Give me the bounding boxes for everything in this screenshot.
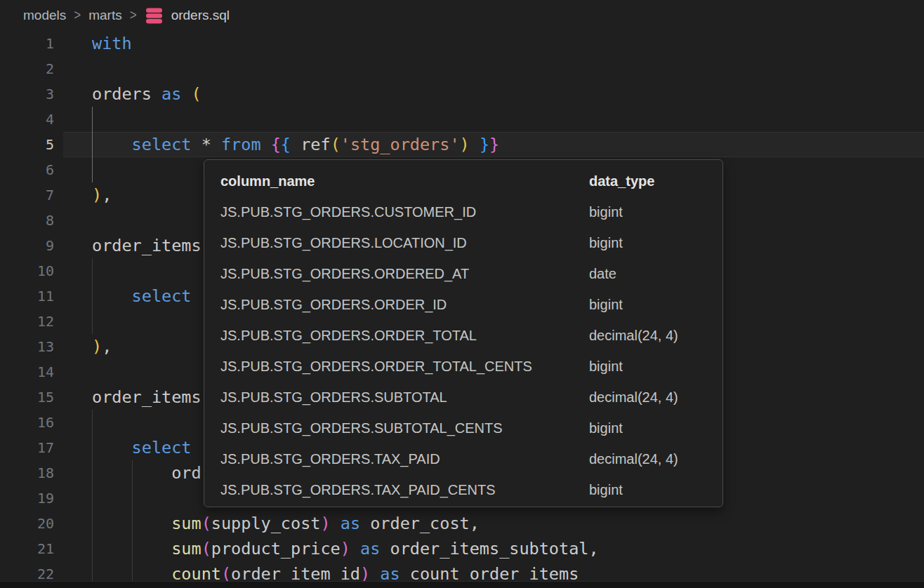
indent-guide <box>92 435 93 460</box>
token: ( <box>202 514 211 533</box>
code-line[interactable]: 1with <box>0 31 924 56</box>
token: order_cost, <box>370 514 480 533</box>
tooltip-cell-column-name: JS.PUB.STG_ORDERS.LOCATION_ID <box>220 235 589 251</box>
tooltip-cell-column-name: JS.PUB.STG_ORDERS.CUSTOMER_ID <box>220 204 589 220</box>
token: sum <box>171 539 201 559</box>
tooltip-cell-data-type: bigint <box>589 204 722 220</box>
token: ref <box>301 135 330 154</box>
line-number[interactable]: 4 <box>0 107 54 132</box>
indent-guide <box>92 258 93 283</box>
code-line[interactable]: 2 <box>0 56 924 81</box>
breadcrumb-item-models[interactable]: models <box>23 8 66 23</box>
line-number[interactable]: 3 <box>0 81 54 107</box>
tooltip-cell-data-type: bigint <box>589 482 722 498</box>
token <box>360 514 370 533</box>
tooltip-cell-data-type: decimal(24, 4) <box>589 389 722 406</box>
breadcrumb: models > marts > orders.sql <box>0 0 924 31</box>
token: 'stg_orders' <box>341 135 460 154</box>
line-number[interactable]: 12 <box>0 309 54 334</box>
token <box>331 514 341 533</box>
token: order_items_subtotal, <box>390 539 599 559</box>
tooltip-row: JS.PUB.STG_ORDERS.ORDER_TOTAL_CENTSbigin… <box>220 351 722 382</box>
editor-bottom-edge <box>0 581 924 588</box>
token: select <box>132 286 192 306</box>
line-number[interactable]: 1 <box>0 31 54 56</box>
token <box>380 539 390 559</box>
code-text: ), <box>92 182 112 208</box>
line-number[interactable]: 18 <box>0 460 54 486</box>
token: ord <box>92 463 202 483</box>
breadcrumb-item-marts[interactable]: marts <box>88 8 122 23</box>
indent-guide <box>132 486 133 511</box>
token: from <box>221 135 261 154</box>
code-line[interactable]: 20 sum(supply_cost) as order_cost, <box>0 511 924 536</box>
indent-guide <box>92 486 93 511</box>
database-icon <box>145 7 164 25</box>
indent-guide <box>92 132 93 157</box>
token: product_price <box>211 539 341 559</box>
token: ) <box>460 135 470 154</box>
column-info-tooltip: column_name data_type JS.PUB.STG_ORDERS.… <box>204 159 723 507</box>
token: as <box>161 84 181 104</box>
code-text: ord <box>92 460 202 486</box>
code-line[interactable]: 21 sum(product_price) as order_items_sub… <box>0 536 924 561</box>
line-number[interactable]: 13 <box>0 334 54 359</box>
code-text: order_items <box>92 233 202 258</box>
token: select <box>132 438 192 457</box>
line-number[interactable]: 6 <box>0 157 54 182</box>
tooltip-row: JS.PUB.STG_ORDERS.ORDER_IDbigint <box>220 289 722 320</box>
tooltip-cell-data-type: bigint <box>589 235 722 251</box>
tooltip-row: JS.PUB.STG_ORDERS.SUBTOTAL_CENTSbigint <box>220 413 722 443</box>
line-number[interactable]: 17 <box>0 435 54 460</box>
tooltip-cell-data-type: decimal(24, 4) <box>589 451 722 467</box>
token: * <box>202 135 211 154</box>
tooltip-row: JS.PUB.STG_ORDERS.SUBTOTALdecimal(24, 4) <box>220 382 722 413</box>
line-number[interactable]: 10 <box>0 258 54 283</box>
token: order_items <box>92 387 202 407</box>
code-text: orders as ( <box>92 81 202 107</box>
code-line[interactable]: 3orders as ( <box>0 81 924 107</box>
line-number[interactable]: 20 <box>0 511 54 536</box>
tooltip-cell-data-type: date <box>589 266 722 282</box>
tooltip-cell-column-name: JS.PUB.STG_ORDERS.TAX_PAID <box>220 451 589 467</box>
line-number[interactable]: 14 <box>0 359 54 385</box>
code-line[interactable]: 4 <box>0 107 924 132</box>
line-number[interactable]: 2 <box>0 56 54 81</box>
token: ) <box>341 539 350 559</box>
token <box>211 135 221 154</box>
token <box>92 135 132 154</box>
token: ( <box>331 135 341 154</box>
line-number[interactable]: 15 <box>0 385 54 410</box>
indent-guide <box>92 107 93 132</box>
tooltip-cell-data-type: bigint <box>589 297 722 313</box>
indent-guide <box>92 410 93 435</box>
tooltip-header-row: column_name data_type <box>220 166 722 196</box>
token: select <box>132 135 192 154</box>
token <box>470 135 480 154</box>
line-number[interactable]: 16 <box>0 410 54 435</box>
line-number[interactable]: 5 <box>0 132 54 157</box>
line-number[interactable]: 9 <box>0 233 54 258</box>
token <box>261 135 271 154</box>
line-number[interactable]: 7 <box>0 182 54 208</box>
chevron-right-icon: > <box>130 8 137 24</box>
tooltip-cell-column-name: JS.PUB.STG_ORDERS.TAX_PAID_CENTS <box>220 482 589 498</box>
tooltip-column-header-type: data_type <box>589 173 722 189</box>
indent-guide <box>92 157 93 182</box>
code-line[interactable]: 5 select * from {{ ref('stg_orders') }} <box>0 132 924 157</box>
indent-guide <box>92 283 93 309</box>
tooltip-cell-column-name: JS.PUB.STG_ORDERS.ORDERED_AT <box>220 266 589 282</box>
tooltip-column-header-name: column_name <box>220 173 589 189</box>
token: } <box>489 135 499 154</box>
line-number[interactable]: 8 <box>0 208 54 233</box>
code-text: ), <box>92 334 112 359</box>
breadcrumb-file-name[interactable]: orders.sql <box>171 8 230 23</box>
token: ) <box>320 514 330 533</box>
token: ( <box>202 539 211 559</box>
line-number[interactable]: 11 <box>0 283 54 309</box>
line-number[interactable]: 21 <box>0 536 54 561</box>
tooltip-row: JS.PUB.STG_ORDERS.ORDERED_ATdate <box>220 258 722 289</box>
indent-guide <box>132 511 133 536</box>
line-number[interactable]: 19 <box>0 486 54 511</box>
token: ) <box>92 337 102 356</box>
